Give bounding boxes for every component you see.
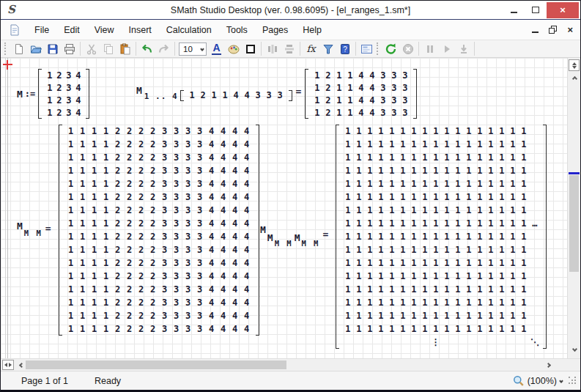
matrix-ones-truncated[interactable]: 1111111111111111111111111111111111111111… — [336, 124, 547, 350]
matrix-cell: 1 — [411, 166, 416, 175]
matrix-cell: 1 — [356, 245, 361, 254]
toolbar-grip[interactable] — [4, 42, 7, 55]
show-borders-button[interactable] — [242, 41, 259, 57]
scroll-up-button[interactable] — [569, 73, 580, 84]
expression-matrix-definition[interactable]: M := 1234123412341234 — [17, 67, 89, 121]
matrix-cell: 1 — [378, 259, 383, 267]
matrix-bracket-right — [86, 69, 89, 119]
recalculate-button[interactable] — [382, 41, 399, 57]
mdi-minimize-icon[interactable] — [532, 32, 539, 33]
horizontal-scroll-thumb[interactable] — [26, 360, 286, 369]
label-m-sub-mm: M M M = — [17, 221, 55, 240]
scroll-right-button[interactable] — [542, 359, 554, 371]
print-button[interactable] — [61, 41, 78, 57]
equals-sign: = — [322, 229, 328, 240]
menu-view[interactable]: View — [87, 22, 122, 38]
matrix-cell: 1 — [378, 325, 383, 333]
filter-button[interactable] — [319, 41, 336, 57]
matrix-cell: 4 — [358, 84, 363, 92]
open-button[interactable] — [27, 41, 44, 57]
matrix-16x16-result[interactable]: 1111222233334444111122223333444411112222… — [59, 124, 259, 336]
matrix-cell: 1 — [455, 232, 460, 241]
paste-button[interactable] — [116, 41, 133, 57]
font-color-button[interactable]: A — [208, 41, 225, 57]
copy-button[interactable] — [100, 41, 116, 57]
matrix-cell: 1 — [68, 206, 73, 215]
matrix-cell: 4 — [209, 272, 214, 281]
scroll-down-button[interactable] — [569, 343, 580, 355]
matrix-cell: 1 — [400, 285, 405, 294]
font-size-combo[interactable]: 10 — [179, 42, 207, 56]
matrix-cell: 3 — [277, 91, 282, 100]
var-m-sub: M — [267, 232, 273, 243]
horizontal-scrollbar[interactable] — [1, 358, 580, 371]
matrix-cell: 1 — [336, 108, 341, 117]
align-horizontal-button[interactable] — [264, 41, 281, 57]
zoom-control[interactable]: (100%) — [513, 375, 563, 387]
resize-grip[interactable] — [569, 377, 577, 385]
matrix-cell: 3 — [174, 127, 179, 136]
subscript-m-m: M M — [301, 239, 319, 248]
undo-button[interactable] — [138, 41, 155, 57]
matrix-cell: 1 — [488, 298, 493, 307]
background-color-button[interactable] — [225, 41, 242, 57]
expression-indexed-range[interactable]: M 1 .. 4 121144333 = 1211443331211443331… — [136, 67, 417, 121]
menu-insert[interactable]: Insert — [122, 22, 159, 38]
worksheet-canvas[interactable]: M := 1234123412341234 M 1 .. 4 121144333… — [1, 58, 580, 358]
close-button[interactable]: × — [547, 2, 579, 18]
expression-m-indexed-by-m[interactable]: M M M = 11112222333344441111222233334444… — [17, 124, 259, 336]
side-panel-button[interactable] — [358, 41, 375, 57]
menu-calculation[interactable]: Calculation — [159, 22, 219, 38]
matrix-cell: 1 — [477, 285, 482, 294]
matrix-cell: 1 — [411, 219, 416, 228]
horizontal-splitter-handle[interactable] — [2, 360, 14, 370]
matrix-cell: 1 — [477, 232, 482, 241]
new-button[interactable] — [10, 41, 27, 57]
vertical-splitter-handle[interactable] — [569, 59, 580, 71]
matrix-cell: 1 — [444, 311, 449, 320]
matrix-cell: 3 — [162, 298, 167, 307]
matrix-cell: 1 — [477, 272, 482, 281]
matrix-cell: 1 — [499, 285, 504, 294]
matrix-cell: 1 — [411, 272, 416, 281]
resume-button[interactable] — [438, 41, 455, 57]
vertical-scroll-thumb[interactable] — [569, 175, 579, 272]
matrix-cell: 2 — [325, 84, 330, 92]
step-button[interactable] — [455, 41, 472, 57]
matrix-cell: 2 — [115, 153, 120, 162]
mdi-close-icon[interactable]: × — [567, 25, 573, 34]
matrix-cell: 1 — [521, 153, 526, 162]
matrix-cell: 1 — [347, 96, 352, 105]
save-button[interactable] — [44, 41, 61, 57]
matrix-m-definition[interactable]: 1234123412341234 — [38, 68, 89, 119]
menu-help[interactable]: Help — [295, 22, 329, 38]
matrix-cell: 3 — [174, 259, 179, 267]
interrupt-button[interactable] — [399, 41, 416, 57]
pause-button[interactable] — [421, 41, 438, 57]
index-vector[interactable]: 121144333 — [180, 89, 292, 102]
matrix-cell: 1 — [477, 127, 482, 136]
menu-pages[interactable]: Pages — [255, 22, 295, 38]
chevron-down-icon[interactable] — [559, 379, 563, 383]
matrix-cell: 3 — [197, 245, 202, 254]
align-vertical-button[interactable] — [281, 41, 297, 57]
menu-tools[interactable]: Tools — [219, 22, 255, 38]
mdi-restore-icon[interactable] — [549, 26, 557, 34]
minimize-button[interactable] — [503, 2, 525, 18]
reference-book-button[interactable]: ? — [336, 41, 353, 57]
matrix-cell: 4 — [75, 96, 81, 105]
toolbar-grip[interactable] — [377, 42, 380, 55]
menu-edit[interactable]: Edit — [56, 22, 87, 38]
redo-button[interactable] — [155, 41, 172, 57]
matrix-cell: 2 — [127, 325, 132, 333]
maximize-button[interactable] — [525, 2, 547, 18]
vertical-scrollbar[interactable] — [567, 58, 580, 358]
matrix-cell: 1 — [389, 298, 394, 307]
expression-nested-index[interactable]: M M M M M M M = 111111111111111111111111… — [260, 124, 547, 350]
insert-function-button[interactable]: fx — [303, 41, 319, 57]
matrix-cell: 1 — [455, 219, 460, 228]
cut-button[interactable] — [83, 41, 100, 57]
document-menu-button[interactable] — [7, 23, 23, 37]
matrix-index-result[interactable]: 121144333121144333121144333121144333 — [305, 68, 417, 119]
menu-file[interactable]: File — [27, 22, 56, 38]
